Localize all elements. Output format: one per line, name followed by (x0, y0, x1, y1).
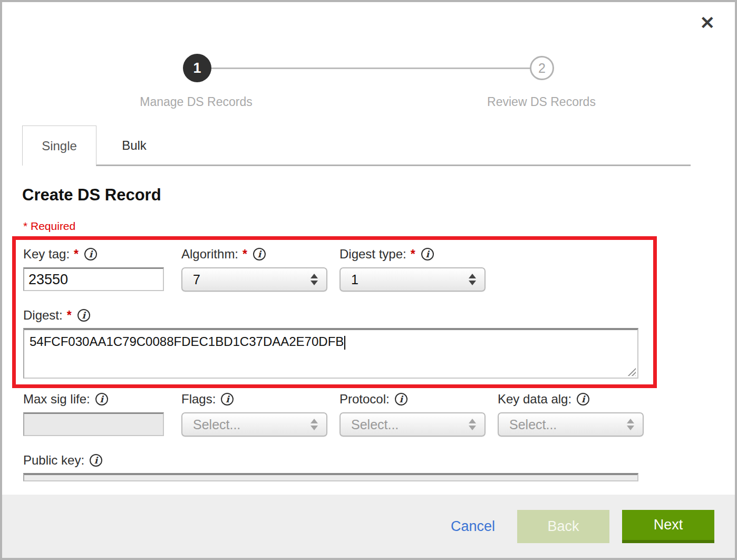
info-icon[interactable]: i (421, 248, 434, 260)
algorithm-field-group: Algorithm: * i 7 (181, 247, 327, 292)
info-icon[interactable]: i (253, 248, 266, 260)
flags-label: Flags: i (181, 392, 327, 407)
key-data-alg-label: Key data alg: i (498, 392, 644, 407)
digest-type-field-group: Digest type: * i 1 (340, 247, 486, 292)
max-sig-life-field-group: Max sig life: i (23, 392, 164, 436)
back-button[interactable]: Back (517, 510, 609, 543)
info-icon[interactable]: i (77, 309, 90, 322)
select-arrows-icon (469, 419, 476, 430)
create-ds-record-dialog: ✕ 1 2 Manage DS Records Review DS Record… (0, 0, 737, 560)
max-sig-life-label-text: Max sig life: (23, 392, 90, 407)
public-key-textarea[interactable] (23, 473, 638, 481)
digest-label-text: Digest: (23, 308, 63, 323)
select-arrows-icon (469, 274, 476, 285)
digest-textarea[interactable]: 54FCF030AA1C79C0088FDEC1BD1C37DAA2E70DFB (23, 328, 638, 379)
dialog-footer: Cancel Back Next (2, 495, 735, 558)
required-asterisk: * (243, 247, 247, 262)
digest-field-group: Digest: * i 54FCF030AA1C79C0088FDEC1BD1C… (23, 308, 638, 379)
info-icon[interactable]: i (395, 393, 408, 405)
digest-label: Digest: * i (23, 308, 638, 323)
stepper-step-2-label: Review DS Records (487, 95, 596, 109)
info-icon[interactable]: i (95, 393, 108, 405)
tab-single[interactable]: Single (22, 125, 96, 166)
select-arrows-icon (311, 419, 318, 430)
digest-type-label-text: Digest type: (340, 247, 406, 262)
stepper-step-1-label: Manage DS Records (140, 95, 253, 109)
flags-select-value: Select... (193, 417, 240, 432)
key-tag-label: Key tag: * i (23, 247, 164, 262)
protocol-select-value: Select... (351, 417, 399, 432)
digest-type-select[interactable]: 1 (340, 267, 486, 292)
next-button[interactable]: Next (622, 510, 714, 543)
digest-type-select-value: 1 (351, 272, 358, 287)
key-tag-label-text: Key tag: (23, 247, 70, 262)
digest-value: 54FCF030AA1C79C0088FDEC1BD1C37DAA2E70DFB (30, 334, 344, 349)
flags-field-group: Flags: i Select... (181, 392, 327, 437)
tab-bulk[interactable]: Bulk (96, 125, 172, 166)
close-icon[interactable]: ✕ (700, 14, 715, 32)
max-sig-life-input[interactable] (23, 412, 164, 436)
protocol-field-group: Protocol: i Select... (340, 392, 486, 437)
resize-grip-icon[interactable] (627, 367, 636, 376)
key-data-alg-select-value: Select... (509, 417, 557, 432)
tab-bottom-border (96, 165, 691, 166)
public-key-label-text: Public key: (23, 453, 84, 468)
protocol-label: Protocol: i (340, 392, 486, 407)
algorithm-label: Algorithm: * i (181, 247, 327, 262)
public-key-label: Public key: i (23, 453, 638, 468)
stepper-step-2-circle: 2 (530, 56, 554, 80)
public-key-field-group: Public key: i (23, 453, 638, 481)
required-note: * Required (23, 220, 75, 233)
stepper-step-1-circle: 1 (183, 54, 211, 82)
flags-label-text: Flags: (181, 392, 216, 407)
stepper-connector-line (210, 67, 532, 69)
max-sig-life-label: Max sig life: i (23, 392, 164, 407)
select-arrows-icon (627, 419, 634, 430)
info-icon[interactable]: i (221, 393, 234, 405)
key-data-alg-label-text: Key data alg: (498, 392, 571, 407)
required-asterisk: * (74, 247, 79, 262)
info-icon[interactable]: i (84, 248, 97, 260)
digest-type-label: Digest type: * i (340, 247, 486, 262)
protocol-select[interactable]: Select... (340, 412, 486, 437)
key-tag-field-group: Key tag: * i (23, 247, 164, 291)
flags-select[interactable]: Select... (181, 412, 327, 437)
algorithm-label-text: Algorithm: (181, 247, 238, 262)
cancel-button[interactable]: Cancel (451, 518, 495, 535)
info-icon[interactable]: i (90, 454, 102, 467)
page-title: Create DS Record (22, 186, 161, 205)
key-data-alg-field-group: Key data alg: i Select... (498, 392, 644, 437)
key-tag-input[interactable] (23, 267, 164, 291)
info-icon[interactable]: i (577, 393, 589, 405)
required-asterisk: * (411, 247, 415, 262)
protocol-label-text: Protocol: (340, 392, 390, 407)
algorithm-select-value: 7 (193, 272, 200, 287)
text-cursor (344, 336, 345, 350)
select-arrows-icon (311, 274, 318, 285)
key-data-alg-select[interactable]: Select... (498, 412, 644, 437)
required-asterisk: * (67, 308, 72, 323)
algorithm-select[interactable]: 7 (181, 267, 327, 292)
